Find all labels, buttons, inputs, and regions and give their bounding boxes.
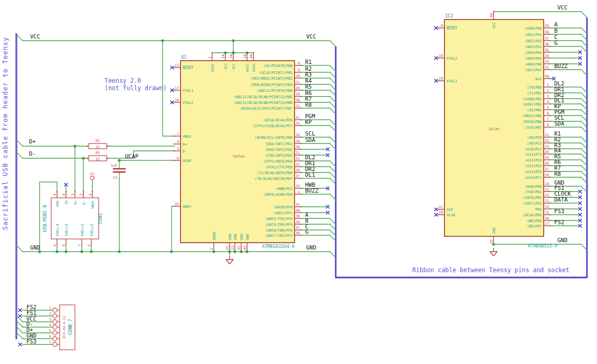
- conn7-ref[interactable]: CONN_7: [68, 319, 73, 336]
- bus-entry[interactable]: [581, 149, 587, 155]
- net-label-SDA[interactable]: SDA: [554, 120, 565, 127]
- bus-entry[interactable]: [16, 327, 23, 333]
- bus-entry[interactable]: [581, 41, 587, 46]
- net-label-BUZZ[interactable]: BUZZ: [554, 63, 567, 69]
- bus-entry[interactable]: [581, 99, 587, 104]
- bus-entry[interactable]: [330, 230, 336, 236]
- net-label-D-[interactable]: D-: [29, 150, 36, 157]
- bus-entry[interactable]: [330, 84, 336, 90]
- wire[interactable]: [16, 34, 23, 41]
- bus-entry[interactable]: [330, 108, 336, 114]
- bus-entry[interactable]: [330, 65, 336, 71]
- net-label-FS2[interactable]: FS2: [554, 219, 564, 225]
- net-label-G[interactable]: G: [554, 40, 557, 46]
- net-label-SCL[interactable]: SCL: [305, 130, 315, 137]
- bus-entry[interactable]: [330, 102, 336, 108]
- con1-value[interactable]: USB-MINI-B: [42, 205, 48, 232]
- con1-ref[interactable]: CON1: [98, 213, 103, 224]
- bus-entry[interactable]: [16, 321, 23, 327]
- bus-entry[interactable]: [581, 46, 587, 52]
- bus-entry[interactable]: [330, 218, 336, 224]
- ic2-value[interactable]: AT90S8515-P: [528, 243, 557, 248]
- bus-entry[interactable]: [581, 121, 587, 127]
- bus-entry[interactable]: [581, 166, 587, 171]
- bus-entry[interactable]: [581, 160, 587, 166]
- bus-entry[interactable]: [581, 186, 587, 192]
- u1-ref[interactable]: U1: [181, 54, 186, 60]
- bus-entry[interactable]: [330, 126, 336, 131]
- wire[interactable]: [581, 244, 587, 250]
- wire[interactable]: [330, 41, 336, 46]
- wire[interactable]: [16, 152, 23, 158]
- bus-entry[interactable]: [330, 194, 336, 200]
- net-label-SDA[interactable]: SDA: [305, 137, 316, 143]
- bus-entry[interactable]: [581, 93, 587, 99]
- bus-entry[interactable]: [581, 127, 587, 133]
- bus-entry[interactable]: [330, 120, 336, 126]
- net-label-GND[interactable]: GND: [557, 237, 567, 243]
- bus-entry[interactable]: [581, 116, 587, 121]
- bus-entry[interactable]: [330, 167, 336, 173]
- bus-entry[interactable]: [581, 70, 587, 75]
- ic2-ref[interactable]: IC2: [445, 13, 453, 18]
- conn7-footprint[interactable]: B7K-PH-K-S1: [62, 316, 67, 338]
- net-label-FS3[interactable]: FS3: [26, 338, 36, 344]
- net-label-G[interactable]: G: [305, 228, 308, 235]
- r2-ref[interactable]: R2: [96, 139, 100, 143]
- bus-entry[interactable]: [330, 224, 336, 230]
- bus-entry[interactable]: [581, 154, 587, 160]
- wire[interactable]: [330, 252, 336, 257]
- wire[interactable]: [16, 140, 23, 146]
- teensy-note[interactable]: (not fully drawn): [105, 84, 167, 92]
- bus-entry[interactable]: [581, 110, 587, 116]
- bus-entry[interactable]: [581, 104, 587, 110]
- net-label-R3[interactable]: R3: [305, 71, 312, 78]
- wire[interactable]: [16, 245, 23, 252]
- c4-ref[interactable]: C4: [113, 176, 117, 180]
- wire[interactable]: [581, 12, 587, 17]
- net-label-FS3[interactable]: FS3: [554, 208, 564, 214]
- net-label-KP[interactable]: KP: [305, 119, 312, 125]
- bus-entry[interactable]: [330, 143, 336, 149]
- net-label-R8[interactable]: R8: [554, 170, 561, 177]
- bus-entry[interactable]: [581, 34, 587, 40]
- r3-ref[interactable]: R3: [96, 151, 100, 155]
- c4-value[interactable]: 1uF: [111, 164, 117, 168]
- bus-entry[interactable]: [330, 161, 336, 167]
- bus-entry[interactable]: [330, 90, 336, 96]
- bus-entry[interactable]: [330, 97, 336, 102]
- u1-footprint[interactable]: TQFP44: [232, 155, 244, 159]
- bus-entry[interactable]: [581, 87, 587, 93]
- bus-entry[interactable]: [330, 137, 336, 143]
- net-label-D+[interactable]: D+: [29, 138, 36, 145]
- bus-entry[interactable]: [581, 137, 587, 143]
- bus-entry[interactable]: [581, 28, 587, 34]
- net-label-R5[interactable]: R5: [305, 83, 312, 90]
- bus-entry[interactable]: [330, 178, 336, 184]
- net-label-BUZZ[interactable]: BUZZ: [305, 187, 318, 194]
- net-label-GND[interactable]: GND: [30, 244, 40, 251]
- bus-entry[interactable]: [330, 235, 336, 241]
- net-label-GND[interactable]: GND: [306, 244, 316, 251]
- net-label-VCC[interactable]: VCC: [557, 4, 567, 11]
- net-label-R8[interactable]: R8: [305, 101, 312, 108]
- net-label-A[interactable]: A: [554, 21, 558, 27]
- net-label-VCC[interactable]: VCC: [306, 33, 316, 40]
- u1-value[interactable]: ATMEGA32U4-A: [262, 244, 295, 249]
- net-label-DL1[interactable]: DL1: [305, 171, 315, 178]
- net-label-B[interactable]: B: [554, 27, 557, 34]
- ic2-footprint[interactable]: DIL40: [489, 127, 499, 131]
- bus-entry[interactable]: [16, 332, 23, 339]
- net-label-DATA[interactable]: DATA: [554, 196, 568, 203]
- bus-entry[interactable]: [581, 143, 587, 149]
- bus-entry[interactable]: [581, 177, 587, 183]
- bus-entry[interactable]: [330, 72, 336, 78]
- usb-cable-note[interactable]: Sacrificial USB cable from header to Tee…: [1, 37, 9, 231]
- net-label-R1[interactable]: R1: [305, 59, 312, 65]
- bus-entry[interactable]: [581, 171, 587, 177]
- r2-value[interactable]: 22: [96, 145, 100, 149]
- ribbon-note[interactable]: Ribbon cable between Teensy pins and soc…: [412, 266, 570, 274]
- bus-entry[interactable]: [330, 78, 336, 84]
- bus-entry[interactable]: [330, 173, 336, 178]
- net-label-UCAP[interactable]: UCAP: [125, 153, 138, 159]
